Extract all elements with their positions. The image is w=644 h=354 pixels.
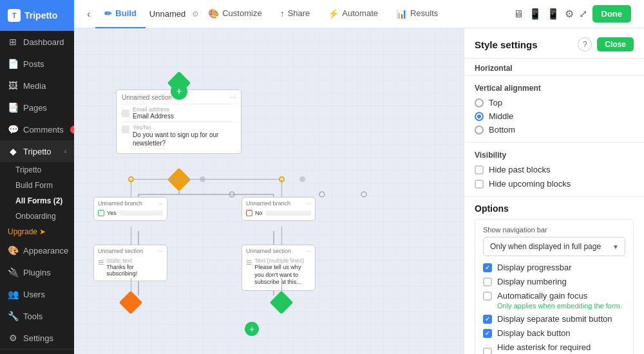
add-button-top[interactable]: + (171, 83, 187, 100)
hide-upcoming-checkbox[interactable]: Hide upcoming blocks (475, 179, 634, 189)
form-title[interactable]: Unnamed (146, 9, 189, 19)
sidebar-item-tripetto[interactable]: ◆ Tripetto ‹ (0, 140, 74, 162)
sidebar-item-label: Plugins (23, 268, 51, 277)
logo-icon: T (8, 9, 21, 22)
yes-section-menu[interactable]: ··· (158, 248, 163, 254)
back-button-checkbox[interactable]: Display back button (483, 328, 625, 338)
no-section-menu[interactable]: ··· (306, 248, 311, 254)
topbar-collapse-button[interactable]: ‹ (82, 6, 95, 23)
appearance-icon: 🎨 (8, 245, 18, 256)
sidebar-item-dashboard[interactable]: ⊞ Dashboard (0, 31, 74, 53)
dashboard-icon: ⊞ (8, 37, 18, 47)
no-section-header: Unnamed section ··· (246, 248, 311, 254)
tools-icon: 🔧 (8, 311, 18, 321)
no-branch-header: Unnamed branch ··· (246, 200, 311, 207)
branch-line-h (131, 179, 282, 180)
yes-section-header: Unnamed section ··· (98, 248, 163, 254)
automate-tab-icon: ⚡ (328, 8, 339, 19)
sidebar-item-label: Media (23, 81, 46, 91)
topbar-right-icons: 🖥 📱 📱 ⚙ ⤢ (508, 8, 592, 20)
tab-results[interactable]: 📊 Results (387, 0, 447, 28)
no-branch-menu[interactable]: ··· (306, 200, 311, 207)
options-checkbox-group: Display progressbar Display numbering Au… (483, 263, 625, 354)
vertical-alignment-title: Vertical alignment (475, 84, 634, 93)
tab-share[interactable]: ↑ Share (271, 0, 319, 28)
media-icon: 🖼 (8, 80, 18, 91)
content-area: Unnamed section ··· Email address Email … (74, 28, 644, 354)
sidebar-upgrade[interactable]: Upgrade ➤ (0, 224, 74, 239)
mobile-icon[interactable]: 📱 (547, 8, 560, 20)
panel-help-button[interactable]: ? (578, 37, 592, 51)
tripetto-icon: ◆ (8, 146, 18, 156)
flow-canvas[interactable]: Unnamed section ··· Email address Email … (74, 28, 464, 354)
hide-asterisk-checkbox[interactable]: Hide asterisk for required questions (483, 342, 625, 354)
right-branch-vline (281, 179, 282, 198)
desktop-icon[interactable]: 🖥 (513, 8, 524, 20)
numbering-checkbox[interactable]: Display numbering (483, 277, 625, 286)
no-section-label: Unnamed section (246, 248, 291, 254)
tablet-icon[interactable]: 📱 (529, 8, 542, 20)
hide-upcoming-box (475, 180, 484, 189)
settings-gear-icon[interactable]: ⚙ (565, 8, 574, 20)
radio-top[interactable]: Top (475, 98, 634, 107)
no-branch-section[interactable]: Unnamed branch ··· No (242, 197, 316, 221)
sidebar-sub-tripetto[interactable]: Tripetto (0, 162, 74, 178)
fullscreen-icon[interactable]: ⤢ (579, 8, 587, 20)
topbar: ‹ ✏ Build Unnamed ⚙ 🎨 Customize ↑ Share … (74, 0, 644, 28)
hide-past-box (475, 165, 484, 174)
sidebar-item-comments[interactable]: 💬 Comments 3 (0, 118, 74, 140)
email-field-node[interactable]: Email address Email Address (122, 104, 236, 122)
auto-focus-checkbox[interactable]: Automatically gain focus (483, 291, 625, 301)
show-nav-bar-select[interactable]: Only when displayed in full page Always … (483, 237, 625, 256)
sidebar-sub-build-form[interactable]: Build Form (0, 178, 74, 193)
center-dot-2 (299, 176, 305, 182)
panel-close-button[interactable]: Close (597, 37, 634, 51)
visibility-title: Visibility (475, 151, 634, 160)
sidebar-item-label: Posts (23, 59, 44, 69)
sidebar-item-tools[interactable]: 🔧 Tools (0, 305, 74, 327)
form-title-settings-icon[interactable]: ⚙ (192, 10, 199, 19)
sidebar-item-users[interactable]: 👥 Users (0, 283, 74, 305)
yes-branch-section[interactable]: Unnamed branch ··· Yes (93, 197, 167, 221)
no-label: No (255, 210, 263, 216)
main-area: ‹ ✏ Build Unnamed ⚙ 🎨 Customize ↑ Share … (74, 0, 644, 354)
options-title: Options (475, 203, 634, 219)
left-branch-vline (131, 179, 131, 198)
yes-check-icon (98, 210, 104, 216)
progressbar-checkbox[interactable]: Display progressbar (483, 263, 625, 272)
sidebar-sub-all-forms[interactable]: All Forms (2) (0, 193, 74, 209)
yes-section-bottom[interactable]: Unnamed section ··· ≡ Static text Thanks… (93, 245, 167, 281)
sidebar-item-media[interactable]: 🖼 Media (0, 75, 74, 97)
visibility-section: Visibility Hide past blocks Hide upcomin… (464, 143, 644, 197)
sidebar-item-settings[interactable]: ⚙ Settings (0, 327, 74, 349)
sidebar-item-posts[interactable]: 📄 Posts (0, 53, 74, 75)
radio-middle[interactable]: Middle (475, 111, 634, 121)
sidebar-item-appearance[interactable]: 🎨 Appearance (0, 239, 74, 261)
tab-automate[interactable]: ⚡ Automate (319, 0, 387, 28)
collapse-menu[interactable]: ← Collapse menu (0, 349, 74, 354)
hide-past-checkbox[interactable]: Hide past blocks (475, 165, 634, 174)
yes-branch-menu[interactable]: ··· (158, 200, 163, 207)
sidebar-item-label: Users (23, 290, 45, 299)
radio-bottom-circle (475, 126, 484, 135)
radio-top-circle (475, 98, 484, 107)
radio-bottom[interactable]: Bottom (475, 125, 634, 135)
section-menu-icon[interactable]: ··· (231, 94, 236, 101)
yes-no-field-node[interactable]: Yes/No Do you want to sign up for our ne… (122, 122, 236, 149)
separate-submit-checkbox[interactable]: Display separate submit button (483, 314, 625, 324)
sidebar-item-pages[interactable]: 📑 Pages (0, 97, 74, 118)
tab-customize[interactable]: 🎨 Customize (199, 0, 270, 28)
tab-build[interactable]: ✏ Build (95, 0, 146, 28)
logo-text: Tripetto (24, 10, 57, 21)
tripetto-collapse-icon: ‹ (64, 148, 66, 155)
sidebar-sub-onboarding[interactable]: Onboarding (0, 209, 74, 224)
separate-submit-box (483, 315, 492, 324)
add-button-bottom-right[interactable]: + (245, 322, 259, 336)
done-button[interactable]: Done (592, 5, 632, 23)
no-check-icon (246, 210, 252, 216)
sidebar-item-plugins[interactable]: 🔌 Plugins (0, 261, 74, 283)
no-section-bottom[interactable]: Unnamed section ··· ≡ Text (multiple lin… (242, 245, 316, 291)
yes-label: Yes (107, 210, 117, 216)
email-field-content: Email address Email Address (133, 106, 174, 120)
comments-icon: 💬 (8, 124, 18, 135)
